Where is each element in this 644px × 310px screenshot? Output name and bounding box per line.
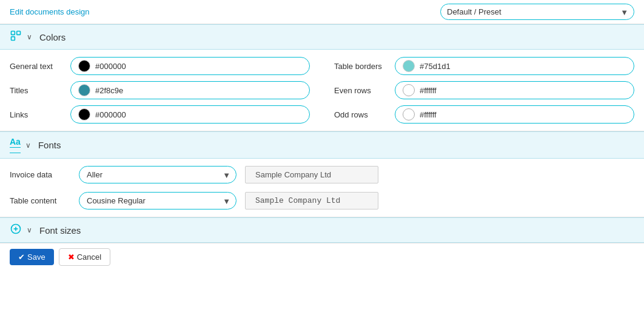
- color-row-general-text: General text #000000: [10, 57, 310, 75]
- bottom-bar: ✔ Save ✖ Cancel: [0, 243, 644, 271]
- links-input[interactable]: #000000: [70, 105, 310, 124]
- colors-toggle-icon: ∨: [27, 33, 32, 41]
- odd-rows-label: Odd rows: [334, 110, 389, 119]
- svg-rect-0: [12, 31, 15, 35]
- font-sizes-toggle-icon: ∨: [27, 226, 32, 234]
- table-borders-value: #75d1d1: [420, 62, 451, 71]
- titles-value: #2f8c9e: [95, 86, 123, 95]
- table-borders-label: Table borders: [334, 62, 389, 71]
- table-borders-input[interactable]: #75d1d1: [395, 57, 634, 75]
- palette-icon: [10, 30, 22, 44]
- table-borders-swatch: [403, 60, 415, 72]
- even-rows-label: Even rows: [334, 86, 389, 95]
- colors-section-header[interactable]: ∨ Colors: [0, 24, 644, 50]
- invoice-data-select-wrapper: Aller ▼: [79, 166, 236, 183]
- color-row-links: Links #000000: [10, 105, 310, 124]
- colors-left-column: General text #000000 Titles #2f8c9e Link…: [10, 57, 310, 124]
- cancel-button[interactable]: ✖ Cancel: [59, 248, 110, 266]
- fonts-icon: Aa: [10, 137, 21, 153]
- table-content-select[interactable]: Cousine Regular: [79, 192, 236, 209]
- colors-section-body: General text #000000 Titles #2f8c9e Link…: [0, 50, 644, 131]
- even-rows-value: #ffffff: [420, 86, 437, 95]
- links-swatch: [78, 108, 90, 120]
- titles-label: Titles: [10, 86, 64, 95]
- top-bar: Edit documents design Default / Preset ▼: [0, 0, 644, 24]
- preset-select[interactable]: Default / Preset: [440, 4, 634, 20]
- fonts-toggle-icon: ∨: [25, 141, 31, 150]
- svg-rect-1: [12, 37, 15, 41]
- links-value: #000000: [95, 110, 126, 119]
- font-sizes-section-label: Font sizes: [39, 225, 81, 236]
- odd-rows-input[interactable]: #ffffff: [395, 105, 634, 124]
- cancel-label: Cancel: [77, 252, 101, 262]
- font-sizes-icon: [10, 223, 22, 237]
- font-sizes-section-header[interactable]: ∨ Font sizes: [0, 217, 644, 243]
- even-rows-input[interactable]: #ffffff: [395, 81, 634, 99]
- titles-swatch: [78, 84, 90, 96]
- fonts-section-body: Invoice data Aller ▼ Sample Company Ltd …: [0, 159, 644, 217]
- fonts-section-label: Fonts: [38, 140, 61, 150]
- color-row-titles: Titles #2f8c9e: [10, 81, 310, 99]
- page-title: Edit documents design: [10, 7, 90, 16]
- invoice-data-preview: Sample Company Ltd: [245, 166, 378, 183]
- even-rows-swatch: [403, 84, 415, 96]
- invoice-data-select[interactable]: Aller: [79, 166, 236, 183]
- colors-section-label: Colors: [39, 32, 65, 42]
- fonts-section-header[interactable]: Aa ∨ Fonts: [0, 131, 644, 159]
- titles-input[interactable]: #2f8c9e: [70, 81, 310, 99]
- font-row-invoice-data: Invoice data Aller ▼ Sample Company Ltd: [10, 166, 634, 183]
- colors-right-column: Table borders #75d1d1 Even rows #ffffff …: [334, 57, 634, 124]
- save-icon: ✔: [18, 252, 25, 262]
- table-content-label: Table content: [10, 196, 70, 205]
- save-label: Save: [27, 252, 45, 262]
- odd-rows-value: #ffffff: [420, 110, 437, 119]
- invoice-data-label: Invoice data: [10, 170, 70, 179]
- cancel-icon: ✖: [68, 252, 75, 262]
- table-content-select-wrapper: Cousine Regular ▼: [79, 192, 236, 209]
- svg-rect-2: [17, 31, 21, 35]
- table-content-preview: Sample Company Ltd: [245, 192, 378, 209]
- links-label: Links: [10, 110, 64, 119]
- color-row-odd-rows: Odd rows #ffffff: [334, 105, 634, 124]
- color-grid: General text #000000 Titles #2f8c9e Link…: [10, 57, 634, 124]
- general-text-input[interactable]: #000000: [70, 57, 310, 75]
- font-row-table-content: Table content Cousine Regular ▼ Sample C…: [10, 192, 634, 209]
- color-row-table-borders: Table borders #75d1d1: [334, 57, 634, 75]
- preset-dropdown-wrapper: Default / Preset ▼: [440, 4, 634, 20]
- save-button[interactable]: ✔ Save: [10, 249, 54, 265]
- font-grid: Invoice data Aller ▼ Sample Company Ltd …: [10, 166, 634, 209]
- general-text-label: General text: [10, 62, 64, 71]
- color-row-even-rows: Even rows #ffffff: [334, 81, 634, 99]
- general-text-value: #000000: [95, 62, 126, 71]
- general-text-swatch: [78, 60, 90, 72]
- odd-rows-swatch: [403, 108, 415, 120]
